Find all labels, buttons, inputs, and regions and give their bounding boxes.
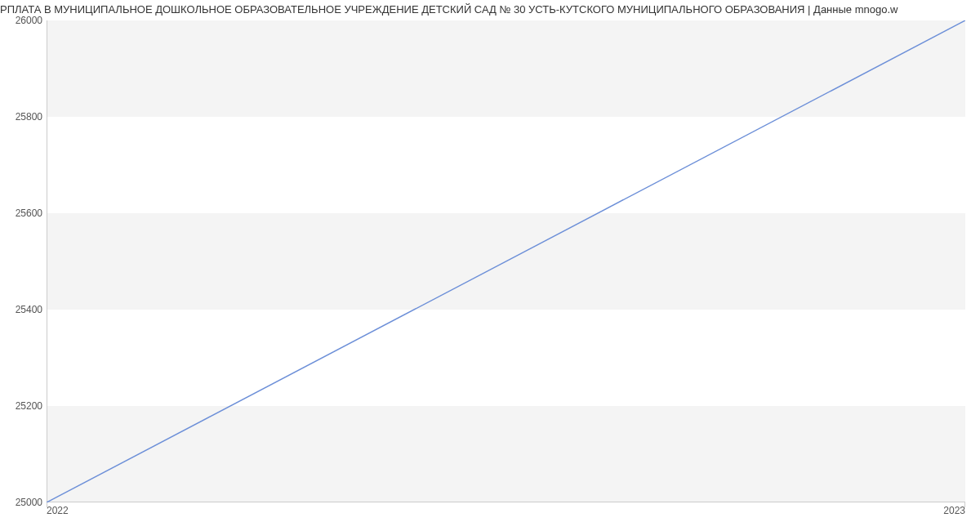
chart-line [47, 20, 965, 502]
plot-area [47, 20, 965, 502]
x-tick-mark [964, 502, 965, 507]
y-tick-label: 25000 [16, 497, 42, 508]
y-tick-label: 26000 [16, 15, 42, 26]
y-tick-label: 25800 [16, 111, 42, 123]
y-tick-label: 25600 [16, 207, 42, 219]
y-tick-label: 25200 [16, 400, 42, 412]
x-tick-label: 2022 [47, 505, 69, 516]
x-tick-label: 2023 [943, 505, 965, 516]
y-tick-label: 25400 [16, 304, 42, 315]
chart-title: РПЛАТА В МУНИЦИПАЛЬНОЕ ДОШКОЛЬНОЕ ОБРАЗО… [0, 3, 980, 16]
x-tick-mark [47, 502, 47, 507]
